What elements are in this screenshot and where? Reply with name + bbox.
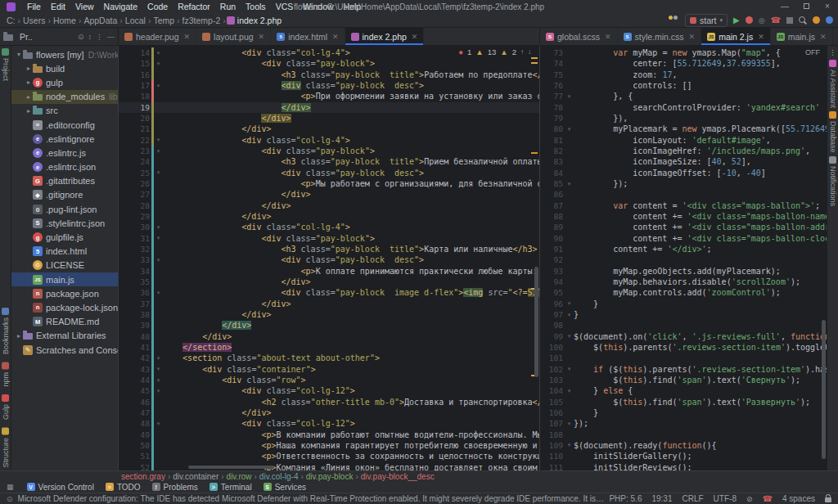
tree-item-external-libraries[interactable]: ▸External Libraries [11, 329, 118, 343]
horizontal-scrollbar[interactable] [188, 466, 274, 469]
toolwindow-todo[interactable]: ≡TODO [106, 483, 141, 492]
fold-icon[interactable]: ▾ [154, 257, 163, 263]
run-configuration-select[interactable]: start ▾ [685, 14, 728, 27]
scrollbar[interactable] [822, 320, 826, 459]
fold-icon[interactable]: ▾ [154, 50, 163, 56]
toolwindow-terminal[interactable]: >Terminal [210, 483, 252, 492]
tree-item-index-html[interactable]: 5index.html [11, 245, 118, 259]
chevron-right-icon[interactable]: ▸ [25, 65, 33, 72]
menu-file[interactable]: File [22, 2, 46, 11]
minimize-button[interactable]: — [774, 0, 795, 13]
inspections-widget[interactable]: ●1 ▲13 ▲2 ↑ ↓ [458, 47, 531, 56]
breadcrumb-div-pay-block-desc[interactable]: div.pay-block__desc [361, 472, 435, 481]
breadcrumb-fz3temp2[interactable]: fz3temp-2 [181, 16, 223, 25]
tree-item--stylelintrc-json[interactable]: S.stylelintrc.json [11, 216, 118, 230]
chevron-right-icon[interactable]: ▸ [25, 107, 33, 115]
profiler-status-icon[interactable]: ☎ [763, 494, 773, 503]
breadcrumb-div-row[interactable]: div.row [227, 472, 252, 481]
tool-stripe-bookmarks[interactable]: Bookmarks [2, 308, 10, 354]
tree-item-readme-md[interactable]: MREADME.md [11, 315, 118, 329]
tree-item-node-modules[interactable]: ▸node_moduleslibrary root [11, 90, 118, 104]
php-version[interactable]: PHP: 5.6 [609, 494, 642, 503]
tab-main-2.js[interactable]: JSmain 2.js✕ [701, 28, 771, 45]
editor-left[interactable]: ●1 ▲13 ▲2 ↑ ↓ 14▾ <div class="col-lg-4">… [119, 46, 540, 470]
breadcrumb-temp[interactable]: Temp [151, 16, 176, 25]
fold-icon[interactable]: ▾ [154, 355, 163, 362]
expand-all-icon[interactable]: ↕ [88, 33, 92, 41]
tree-item-package-json[interactable]: npackage.json [11, 286, 118, 300]
fold-icon[interactable]: ▾ [154, 366, 163, 372]
menu-edit[interactable]: Edit [46, 2, 70, 11]
fold-icon[interactable]: ▾ [565, 388, 574, 394]
tree-item-gulpfile-js[interactable]: ggulpfile.js [11, 230, 118, 244]
fold-icon[interactable]: ▾ [154, 235, 163, 241]
breadcrumb-local[interactable]: Local [124, 16, 147, 25]
tree-item--gitignore[interactable]: ◆.gitignore [11, 188, 118, 202]
tree-item--eslintrc-json[interactable]: e.eslintrc.json [11, 160, 118, 174]
stripe-more-icon[interactable]: ⋮ [829, 48, 836, 56]
tab-global.scss[interactable]: Sglobal.scss✕ [540, 28, 618, 45]
fold-icon[interactable]: ▾ [154, 148, 163, 155]
fold-icon[interactable]: ▾ [154, 377, 163, 384]
close-icon[interactable]: ✕ [259, 33, 265, 41]
run-button[interactable]: ▶ [733, 16, 740, 25]
close-icon[interactable]: ✕ [689, 33, 696, 41]
tree-item-src[interactable]: ▸src [11, 104, 118, 118]
fold-icon[interactable]: ▾ [154, 83, 163, 89]
toolwindow-version-control[interactable]: VVersion Control [27, 483, 94, 492]
menu-view[interactable]: View [70, 2, 99, 11]
close-icon[interactable]: ✕ [332, 33, 339, 41]
fold-icon[interactable]: ▾ [565, 300, 574, 307]
tool-stripe-project[interactable]: Project [2, 48, 10, 81]
profiler-button[interactable]: ☎ [771, 16, 781, 25]
settings-sync-icon[interactable] [813, 16, 820, 24]
chevron-right-icon[interactable]: ▸ [25, 79, 33, 86]
coverage-button[interactable]: ◎ [759, 16, 765, 25]
fold-icon[interactable]: ▾ [154, 169, 163, 176]
fold-icon[interactable]: ▾ [565, 366, 574, 372]
tab-header.scss[interactable]: Sheader.scss✕ [833, 28, 838, 45]
tool-stripe-structure[interactable]: Structure [2, 428, 10, 468]
fold-icon[interactable]: ▾ [154, 421, 163, 427]
fold-icon[interactable]: ▾ [154, 61, 163, 67]
avatar[interactable] [826, 16, 833, 24]
tab-index.html[interactable]: 5index.html✕ [271, 28, 345, 45]
hide-panel-icon[interactable]: — [107, 33, 115, 41]
breadcrumb-c[interactable]: C: [5, 16, 17, 25]
next-problem-icon[interactable]: ↓ [528, 48, 531, 56]
close-icon[interactable]: ✕ [820, 33, 827, 41]
tab-layout.pug[interactable]: layout.pug✕ [196, 28, 271, 45]
close-button[interactable]: × [817, 0, 838, 13]
tree-item--eslintrc-js[interactable]: e.eslintrc.js [11, 146, 118, 160]
tree-item-scratches-and-consoles[interactable]: ✎Scratches and Consoles [11, 343, 118, 357]
fold-icon[interactable]: ▾ [565, 126, 574, 133]
line-endings[interactable]: CRLF [682, 494, 703, 503]
prev-problem-icon[interactable]: ↑ [520, 48, 524, 56]
menu-code[interactable]: Code [142, 2, 173, 11]
tree-item-gulp[interactable]: ▸ggulp [11, 75, 118, 89]
breadcrumb-div-container[interactable]: div.container [173, 472, 219, 481]
maximize-button[interactable] [795, 0, 817, 13]
tree-item--editorconfig[interactable]: ≡.editorconfig [11, 118, 118, 132]
fold-icon[interactable]: ▾ [565, 312, 574, 318]
breadcrumb-div-col-lg-4[interactable]: div.col-lg-4 [259, 472, 299, 481]
fold-icon[interactable]: ▾ [154, 224, 163, 231]
menu-run[interactable]: Run [215, 2, 241, 11]
project-panel-header[interactable]: Pr.. ⊙ ↕ ⋮ — [0, 28, 119, 45]
fold-icon[interactable]: ▾ [154, 388, 163, 394]
breadcrumb-div-pay-block[interactable]: div.pay-block [306, 472, 354, 481]
tool-stripe-ai-assistant[interactable]: AI Assistant [829, 60, 837, 108]
breadcrumb-section-gray[interactable]: section.gray [121, 472, 165, 481]
tool-stripe-database[interactable]: Database [829, 111, 837, 153]
fold-icon[interactable]: ▾ [565, 181, 574, 187]
tree-item-flowers-my-[interactable]: ▾flowers [my]D:\Work\flowers [11, 47, 118, 61]
fold-icon[interactable]: ▾ [154, 290, 163, 296]
more-options-icon[interactable]: ⋮ [96, 33, 103, 41]
window-switcher-icon[interactable]: ▦ [7, 483, 14, 491]
tree-item-main-js[interactable]: JSmain.js [11, 272, 118, 286]
fold-icon[interactable]: ▾ [565, 442, 574, 448]
breadcrumb-home[interactable]: Home [52, 16, 78, 25]
fold-icon[interactable]: ▾ [565, 93, 574, 100]
chevron-right-icon[interactable]: ▸ [25, 93, 33, 101]
fold-icon[interactable]: ▾ [154, 137, 163, 143]
